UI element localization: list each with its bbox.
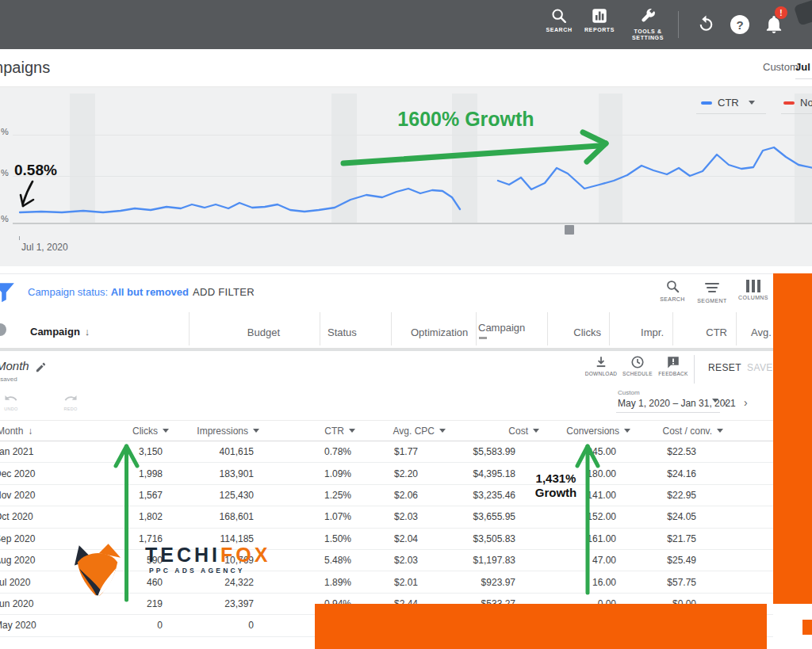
columns-icon [746, 279, 761, 292]
table-range-type: Custom [618, 389, 640, 396]
cell-cost_conv: $22.53 [617, 441, 696, 462]
feedback-label: FEEDBACK [658, 371, 688, 376]
table-search-label: SEARCH [660, 296, 685, 302]
table-range-underline [616, 412, 720, 413]
header-avg-cpc[interactable]: Avg. CPC [366, 421, 446, 441]
legend-ctr[interactable]: CTR [701, 97, 755, 109]
performance-chart: % % % CTR None 0.58% 1600% Growth Jul 1,… [0, 87, 812, 266]
cell-month: Sep 2020 [0, 529, 66, 549]
undo-label: UNDO [4, 407, 17, 411]
schedule-label: SCHEDULE [622, 371, 653, 376]
question-mark-icon: ? [736, 18, 743, 32]
refresh-icon [696, 14, 716, 34]
column-budget[interactable]: Budget [201, 326, 280, 338]
topbar-tools-button[interactable]: TOOLS & SETTINGS [626, 7, 669, 41]
filter-caret-icon [717, 429, 723, 433]
cell-cost: $3,235.46 [428, 485, 515, 506]
clipped-text-fragment [479, 337, 487, 339]
header-impressions[interactable]: Impressions [180, 421, 259, 441]
download-button[interactable]: DOWNLOAD [583, 355, 619, 376]
x-axis-line [13, 223, 812, 224]
conversions-growth-note: 1,431% Growth [526, 471, 586, 500]
segment-label: SEGMENT [697, 298, 726, 304]
chart-scroll-handle[interactable] [565, 225, 574, 235]
search-icon [665, 279, 680, 294]
header-clicks[interactable]: Clicks [90, 421, 169, 441]
column-optimization[interactable]: Optimization [411, 326, 468, 338]
filter-caret-icon [533, 429, 539, 433]
column-campaign[interactable]: Campaign↓ [30, 326, 90, 338]
cell-impressions: 0 [174, 615, 254, 636]
cost-header-label: Cost [508, 426, 528, 437]
ctr-header-label: CTR [324, 426, 344, 437]
header-conversions[interactable]: Conversions [551, 421, 630, 441]
range-prev-button[interactable]: ‹ [724, 396, 728, 409]
legend-none-label: None [800, 97, 812, 109]
cell-cost_conv: $57.75 [617, 571, 696, 592]
table-search-button[interactable]: SEARCH [657, 279, 688, 302]
cell-month: Jul 2020 [0, 571, 66, 592]
cell-clicks: 1,802 [83, 506, 163, 527]
chevron-down-icon [749, 101, 755, 105]
redo-button[interactable]: REDO [59, 393, 82, 411]
header-cost[interactable]: Cost [452, 421, 539, 441]
date-range-value[interactable]: Jul 1, 2020 [795, 61, 812, 73]
cell-cost_conv: $24.05 [617, 506, 696, 527]
table-row: Jan 20213,150401,6150.78%$1.77$5,583.992… [0, 441, 773, 463]
feedback-icon [666, 355, 680, 369]
ctr-start-annotation: 0.58% [14, 162, 57, 179]
refresh-button[interactable] [696, 14, 716, 37]
campaign-status-filter[interactable]: Campaign status: All but removed [28, 286, 189, 298]
cell-avg_cpc: $1.77 [339, 441, 418, 462]
segment-button[interactable]: SEGMENT [694, 279, 730, 304]
topbar-search-button[interactable]: SEARCH [542, 7, 576, 33]
brand-name: TECHIFOX [145, 544, 270, 567]
legend-none[interactable]: None [783, 97, 812, 109]
topbar-tools-label: TOOLS & SETTINGS [632, 29, 664, 41]
growth-annotation: 1600% Growth [381, 108, 551, 131]
column-divider [189, 312, 190, 345]
header-month[interactable]: Month ↓ [0, 421, 68, 441]
range-next-button[interactable]: › [744, 396, 748, 409]
reset-button[interactable]: RESET [708, 362, 741, 373]
sort-descending-icon: ↓ [85, 326, 90, 338]
chevron-down-icon[interactable] [712, 403, 718, 417]
status-value: All but removed [111, 286, 189, 298]
section-divider [0, 349, 773, 351]
help-button[interactable]: ? [730, 15, 749, 34]
column-ctr[interactable]: CTR [648, 326, 727, 338]
corner-avatar-fragment [794, 0, 812, 26]
column-status[interactable]: Status [327, 326, 357, 338]
cell-cost_conv: $24.16 [617, 463, 696, 483]
redo-icon [63, 393, 79, 406]
save-button[interactable]: SAVE [747, 362, 773, 373]
cell-avg_cpc: $2.06 [339, 485, 418, 506]
cell-conversions: 152.00 [537, 506, 616, 527]
schedule-button[interactable]: SCHEDULE [620, 355, 655, 376]
feedback-button[interactable]: FEEDBACK [656, 355, 691, 376]
header-cost-conv[interactable]: Cost / conv. [632, 421, 723, 441]
filter-caret-icon [624, 429, 630, 433]
cell-month: Jun 2020 [0, 594, 66, 614]
status-label: Campaign status: [28, 286, 111, 298]
undo-button[interactable]: UNDO [0, 393, 23, 411]
columns-button[interactable]: COLUMNS [735, 279, 772, 300]
filter-caret-icon [439, 429, 446, 433]
column-campaign-type[interactable]: Campaign [478, 322, 525, 334]
edit-button[interactable] [35, 361, 47, 376]
undo-icon [3, 393, 19, 406]
cell-clicks: 0 [83, 615, 163, 636]
filter-caret-icon [253, 429, 259, 433]
cell-avg_cpc: $2.01 [339, 571, 418, 592]
gridline [13, 176, 812, 177]
header-ctr[interactable]: CTR [276, 421, 355, 441]
report-saved-state: Unsaved [0, 376, 17, 383]
filter-caret-icon [349, 429, 355, 433]
select-all-checkbox[interactable] [0, 323, 6, 336]
add-filter-button[interactable]: ADD FILTER [193, 286, 255, 298]
chart-band [70, 94, 95, 223]
y-axis-tick: % [1, 127, 9, 136]
table-row: Oct 20201,802168,6011.07%$2.03$3,655.951… [0, 506, 773, 528]
topbar-reports-button[interactable]: REPORTS [581, 7, 618, 33]
cell-impressions: 23,397 [174, 594, 254, 614]
